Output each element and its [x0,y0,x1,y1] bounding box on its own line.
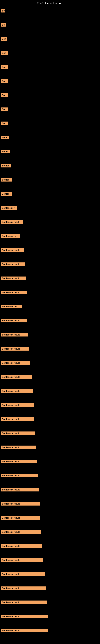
bottleneck-label: Bottleneck result [1,488,39,492]
list-item: Bottleneck result [0,486,100,493]
bottleneck-label: Bottleneck result [1,446,36,449]
list-item: Bottleneck result [0,332,100,338]
list-item: Bottlen [0,162,100,169]
bottleneck-label: Bottleneck result [1,516,40,520]
list-item: Bottleneck r [0,205,100,211]
bottleneck-label: Bottleneck result [1,389,33,393]
list-item: Bottleneck result [0,430,100,436]
list-item: Bottleneck result [0,614,100,620]
list-item: Bottleneck result [0,557,100,563]
bottleneck-label: Bo [1,23,6,26]
list-item: Bottl [0,134,100,140]
list-item: Bott [0,64,100,70]
list-item: Bott [0,78,100,84]
bottleneck-label: Bottleneck result [1,276,26,280]
list-item: Bott [0,92,100,98]
list-item: Bottleneck result [0,444,100,450]
list-item: Bottleneck result [0,543,100,549]
list-item: Bottleneck result [0,346,100,352]
bottleneck-label: Bottleneck r [1,206,17,210]
bottleneck-label: Bottleneck result [1,290,27,294]
bottleneck-label: Bottleneck resu [1,305,22,308]
list-item: Bottleneck result [0,628,100,634]
bottleneck-label: Bottleneck result [1,586,46,590]
bottleneck-label: Bottleneck result [1,418,34,421]
bottleneck-label: Bottleneck result [1,375,32,379]
bottleneck-label: Bottleneck result [1,347,29,350]
bottleneck-label: Bottleneck result [1,474,38,477]
list-item: Bottleneck result [0,360,100,366]
list-item: Bottleneck result [0,402,100,408]
list-item: Bottleneck result [0,571,100,577]
list-item: Bottleneck result [0,374,100,380]
list-item: Bottleneck resul [0,219,100,225]
list-item: Bottleneck result [0,388,100,394]
list-item: Bottlen [0,177,100,183]
site-title: TheBottlenecker.com [0,0,100,6]
list-item: Bottleneck result [0,261,100,267]
bottleneck-label: Bottleneck result [1,572,45,576]
list-item: Bott [0,120,100,126]
list-item: Bottleneck result [0,599,100,605]
bottleneck-label: Bott [1,108,8,111]
bottleneck-label: Bottleneck result [1,460,37,463]
bottleneck-label: Bottleneck result [1,530,41,534]
bottleneck-label: Bott [1,37,7,41]
bottleneck-label: Bott [1,122,8,125]
bottleneck-label: Bottleneck result [1,361,30,365]
bottleneck-label: Bott [1,79,8,83]
list-item: Bottleneck result [0,416,100,422]
bottleneck-label: Bottleneck result [1,614,48,618]
list-item: Bott [0,106,100,112]
bottleneck-label: Bottleneck result [1,248,24,252]
list-item: Bottleneck result [0,501,100,507]
list-item: Bottleneck result [0,472,100,478]
list-item: Bott [0,50,100,56]
bottleneck-label: Bottleneck resul [1,220,23,224]
bottleneck-label: Bottl [1,136,9,139]
bottleneck-label: Bott [1,51,8,55]
list-item: Bottleneck result [0,318,100,324]
list-item: Bottleneck result [0,585,100,591]
bottleneck-label: Bottleneck result [1,319,27,322]
list-item: Bottleneck result [0,247,100,253]
list-item: Bo [0,8,100,14]
bottleneck-label: Bottlen [1,164,11,168]
list-item: Bo [0,22,100,28]
list-item: Bottleneck result [0,290,100,296]
list-item: Bottleneck result [0,515,100,521]
bottleneck-label: Bottlen [1,178,12,182]
list-item: Bottle [0,148,100,154]
list-item: Bottleneck result [0,458,100,464]
bottleneck-label: Bottleneck result [1,403,34,407]
bottleneck-label: Bottleneck result [1,333,28,336]
bottleneck-label: Bottleneck result [1,629,49,632]
bottleneck-label: Bottleneck result [1,544,42,548]
bottleneck-label: Bottleneck re [1,234,20,238]
bottleneck-label: Bottle [1,150,10,153]
bottleneck-label: Bottleneck result [1,600,47,604]
bottleneck-label: Bo [1,9,5,12]
bottleneck-label: Bottlene [1,192,12,196]
list-item: Bottleneck result [0,275,100,281]
bottleneck-label: Bottleneck result [1,502,40,506]
bottleneck-label: Bottleneck result [1,558,43,562]
bottleneck-label: Bottleneck result [1,432,35,435]
bottleneck-label: Bott [1,65,8,69]
list-item: Bott [0,36,100,42]
list-item: Bottleneck re [0,233,100,239]
list-item: Bottleneck resu [0,304,100,310]
bottleneck-label: Bottleneck result [1,262,25,266]
list-item: Bottlene [0,191,100,197]
bottleneck-label: Bott [1,94,8,97]
items-container: BoBoBottBottBottBottBottBottBottBottlBot… [0,6,100,636]
list-item: Bottleneck result [0,529,100,535]
